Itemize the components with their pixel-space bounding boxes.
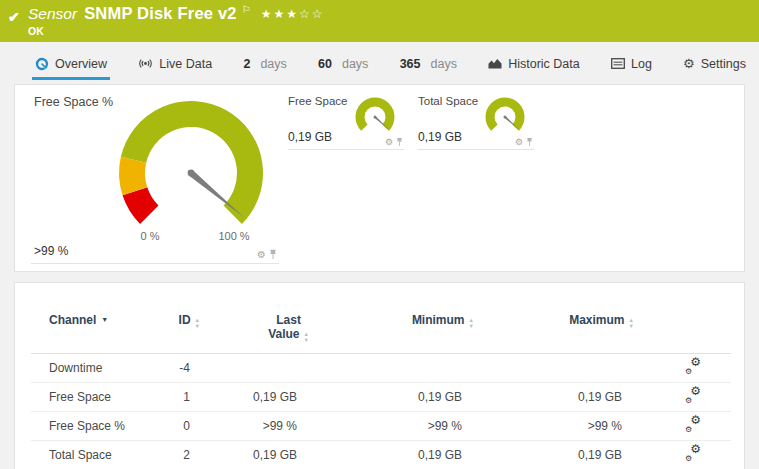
tab-unit: days <box>431 57 457 71</box>
gauge-value: >99 % <box>34 244 68 258</box>
column-header-last-value[interactable]: Last Value▲▼ <box>206 297 311 354</box>
channel-id: -4 <box>151 354 206 383</box>
pin-icon[interactable] <box>396 137 403 147</box>
free-space-gauge <box>351 97 399 137</box>
sort-icon: ▲▼ <box>469 318 474 329</box>
table-header-row: Channel▼ ID▲▼ Last Value▲▼ Minimum▲▼ <box>31 297 731 354</box>
tab-60-days[interactable]: 60 days <box>315 50 371 80</box>
sensor-title: SNMP Disk Free v2 <box>84 4 237 23</box>
gauge-icon <box>35 57 49 71</box>
status-ok-check-icon: ✔ <box>8 9 20 25</box>
tab-overview[interactable]: Overview <box>32 50 110 80</box>
channel-minimum: 0,19 GB <box>311 441 476 469</box>
gauge-settings-gear-icon[interactable]: ⚙ <box>385 138 393 147</box>
channel-maximum <box>476 354 636 383</box>
gauge-needle-hub <box>374 116 377 119</box>
gauge-value: 0,19 GB <box>288 130 332 144</box>
log-icon <box>611 58 625 69</box>
free-space-percent-gauge-panel: Free Space % 0 % 100 % >99 % ⚙ <box>31 93 279 264</box>
tab-2-days[interactable]: 2 days <box>240 50 289 80</box>
live-data-icon <box>138 58 153 69</box>
column-header-id[interactable]: ID▲▼ <box>151 297 206 354</box>
column-label: Minimum <box>412 313 465 327</box>
gear-icon: ⚙ <box>683 57 695 70</box>
column-header-maximum[interactable]: Maximum▲▼ <box>476 297 636 354</box>
table-row-downtime: Downtime -4 ⚙⚙ <box>31 354 731 383</box>
tab-unit: days <box>342 57 368 71</box>
channel-maximum: 0,19 GB <box>476 383 636 412</box>
channel-settings-icon[interactable]: ⚙⚙ <box>685 359 701 375</box>
tab-log[interactable]: Log <box>608 50 655 80</box>
table-row-free-space-percent: Free Space % 0 >99 % >99 % >99 % ⚙⚙ <box>31 412 731 441</box>
channel-last-value: 0,19 GB <box>206 441 311 469</box>
table-row-free-space: Free Space 1 0,19 GB 0,19 GB 0,19 GB ⚙⚙ <box>31 383 731 412</box>
sort-icon: ▲▼ <box>195 318 200 329</box>
channel-last-value: 0,19 GB <box>206 383 311 412</box>
gauge-title: Total Space <box>418 95 478 107</box>
tab-365-days[interactable]: 365 days <box>397 50 460 80</box>
gauge-settings-gear-icon[interactable]: ⚙ <box>257 250 266 260</box>
sort-icon: ▲▼ <box>629 318 634 329</box>
total-space-gauge-panel: Total Space 0,19 GB ⚙ <box>418 93 534 150</box>
free-space-percent-gauge: 0 % 100 % <box>106 93 276 245</box>
overview-panel: Free Space % 0 % 100 % >99 % ⚙ Free Spac <box>14 84 745 272</box>
channel-id: 1 <box>151 383 206 412</box>
channel-table-panel: Channel▼ ID▲▼ Last Value▲▼ Minimum▲▼ <box>14 282 745 469</box>
pin-icon[interactable] <box>526 137 533 147</box>
channel-settings-icon[interactable]: ⚙⚙ <box>685 388 701 404</box>
chevron-down-icon: ▼ <box>101 316 108 323</box>
status-badge: OK <box>28 25 324 37</box>
channel-last-value <box>206 354 311 383</box>
tab-live-data[interactable]: Live Data <box>135 50 215 80</box>
gauge-needle-hub <box>504 116 507 119</box>
pin-icon[interactable] <box>269 249 277 260</box>
tab-label: Overview <box>55 57 107 71</box>
tab-label: Log <box>631 57 652 71</box>
channel-id: 2 <box>151 441 206 469</box>
channel-settings-icon[interactable]: ⚙⚙ <box>685 417 701 433</box>
object-kind-label: Sensor <box>28 5 77 23</box>
gauge-scale-min: 0 % <box>141 230 160 242</box>
sort-icon: ▲▼ <box>304 332 309 343</box>
channel-last-value: >99 % <box>206 412 311 441</box>
column-label: Last <box>268 313 309 327</box>
channel-name-link[interactable]: Downtime <box>49 361 102 375</box>
gauge-green-segment <box>360 102 390 128</box>
column-header-actions <box>636 297 731 354</box>
channel-name-link[interactable]: Free Space <box>49 390 111 404</box>
channel-maximum: >99 % <box>476 412 636 441</box>
gauge-scale-max: 100 % <box>218 230 249 242</box>
column-header-channel[interactable]: Channel▼ <box>31 297 151 354</box>
tab-number: 365 <box>400 57 421 71</box>
channel-settings-icon[interactable]: ⚙⚙ <box>685 446 701 462</box>
tab-label: Settings <box>701 57 746 71</box>
total-space-gauge <box>481 97 529 137</box>
sensor-header: ✔ Sensor SNMP Disk Free v2 ⚐ ★★★☆☆ OK <box>0 0 759 42</box>
channel-minimum: >99 % <box>311 412 476 441</box>
gauge-settings-gear-icon[interactable]: ⚙ <box>515 138 523 147</box>
gauge-red-segment <box>135 191 149 214</box>
priority-stars[interactable]: ★★★☆☆ <box>261 7 325 21</box>
column-label: Value <box>268 327 299 341</box>
channel-id: 0 <box>151 412 206 441</box>
tab-historic-data[interactable]: Historic Data <box>485 50 583 80</box>
channel-maximum: 0,19 GB <box>476 441 636 469</box>
column-label: Channel <box>49 313 96 327</box>
column-label: ID <box>179 313 191 327</box>
column-header-minimum[interactable]: Minimum▲▼ <box>311 297 476 354</box>
channel-name-link[interactable]: Total Space <box>49 448 112 462</box>
gauge-yellow-segment <box>132 160 135 192</box>
gauge-needle-hub <box>188 170 195 177</box>
tab-bar: Overview Live Data 2 days 60 days 365 da… <box>0 50 759 80</box>
channel-minimum <box>311 354 476 383</box>
tab-number: 2 <box>243 57 250 71</box>
gauge-value: 0,19 GB <box>418 130 462 144</box>
tab-label: Live Data <box>159 57 212 71</box>
tab-settings[interactable]: ⚙ Settings <box>680 50 749 80</box>
flag-icon: ⚐ <box>242 4 251 15</box>
channel-name-link[interactable]: Free Space % <box>49 419 125 433</box>
historic-chart-icon <box>488 58 502 69</box>
gauge-title: Free Space <box>288 95 347 107</box>
free-space-gauge-panel: Free Space 0,19 GB ⚙ <box>288 93 404 150</box>
column-label: Maximum <box>569 313 624 327</box>
